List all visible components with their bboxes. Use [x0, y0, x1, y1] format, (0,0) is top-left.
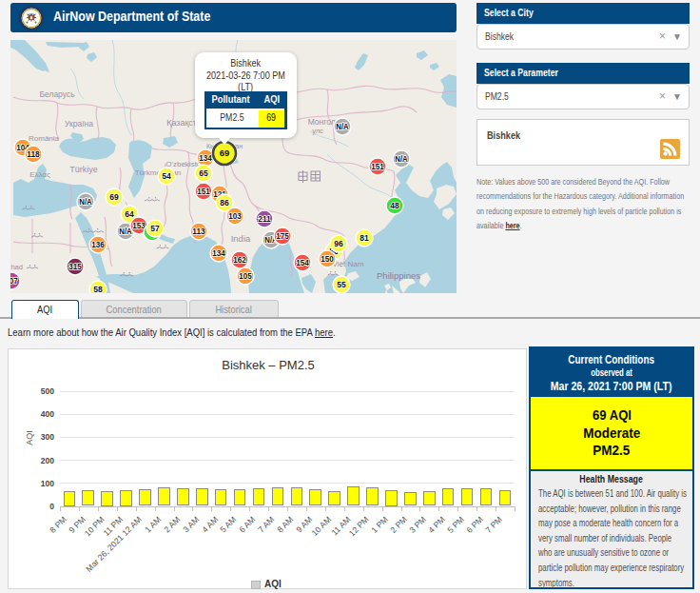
svg-text:65: 65 [199, 168, 208, 178]
svg-text:48: 48 [390, 201, 399, 210]
svg-text:136: 136 [91, 240, 105, 249]
svg-text:153: 153 [132, 221, 146, 230]
svg-text:105: 105 [239, 271, 252, 281]
svg-text:103: 103 [228, 211, 242, 221]
svg-text:64: 64 [125, 209, 134, 219]
svg-text:Chad: Chad [10, 263, 23, 271]
svg-text:315: 315 [68, 262, 82, 271]
svg-text:134: 134 [199, 153, 212, 163]
svg-text:118: 118 [27, 149, 40, 159]
svg-text:150: 150 [321, 254, 334, 264]
svg-text:54: 54 [162, 171, 171, 181]
svg-text:Philippines: Philippines [377, 270, 420, 281]
svg-text:55: 55 [337, 280, 346, 289]
svg-text:N/A: N/A [395, 154, 408, 164]
svg-text:Việt Nam: Việt Nam [333, 260, 364, 268]
svg-text:Беларусь: Беларусь [39, 89, 75, 99]
svg-text:69: 69 [220, 148, 230, 158]
svg-text:86: 86 [220, 198, 229, 208]
svg-text:69: 69 [109, 192, 119, 202]
svg-text:134: 134 [212, 248, 225, 258]
svg-text:151: 151 [197, 187, 210, 196]
svg-text:96: 96 [334, 239, 343, 248]
svg-text:58: 58 [93, 285, 103, 293]
svg-text:154: 154 [296, 258, 309, 267]
svg-text:57: 57 [150, 224, 160, 233]
svg-text:175: 175 [276, 231, 289, 241]
svg-text:Ελλάς: Ελλάς [29, 170, 50, 179]
svg-text:162: 162 [233, 255, 246, 265]
svg-text:România: România [29, 134, 60, 143]
svg-text:N/A: N/A [79, 197, 92, 207]
svg-text:Україна: Україна [65, 119, 93, 128]
svg-text:307: 307 [10, 276, 18, 286]
svg-text:N/A: N/A [336, 122, 349, 131]
svg-text:Türkiye: Türkiye [69, 165, 98, 174]
svg-text:81: 81 [360, 233, 369, 243]
svg-text:India: India [231, 233, 251, 244]
svg-text:151: 151 [371, 162, 384, 171]
svg-text:113: 113 [192, 227, 205, 236]
svg-text:улс: улс [312, 127, 323, 135]
svg-text:211: 211 [258, 214, 271, 224]
